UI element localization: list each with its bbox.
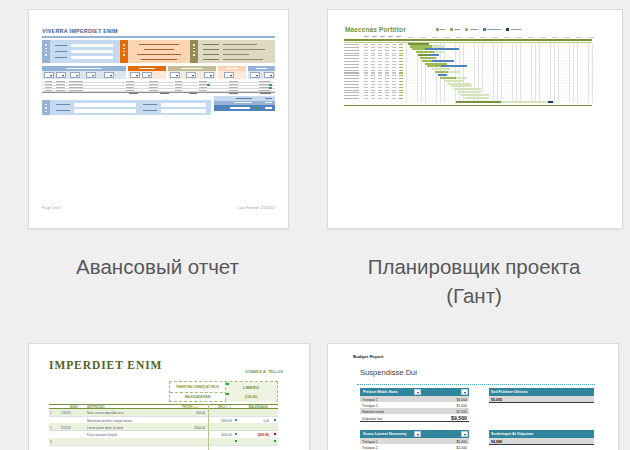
dropdown-arrow-icon [76,75,78,77]
text-line [56,84,65,85]
row-value: $5,400 [433,440,467,444]
checkmark-icon [269,87,272,90]
total-value: $9,500 [423,415,467,421]
template-thumbnail-gantt-planner[interactable]: Maecenas Porttitor [327,9,623,229]
text-line [160,93,169,94]
text-line [226,68,238,69]
dropdown-arrow-icon [148,75,150,77]
gantt-bar [432,68,450,70]
text-line [229,90,238,91]
text-line [56,81,65,82]
filter-dropdown-cell [104,72,114,78]
gantt-bar [422,60,432,62]
invoice-subtitle: VIVAMUS A, TELLUS [179,370,283,374]
signature-box [42,100,211,115]
gantt-summary-bar [501,101,548,103]
gantt-bar [461,94,489,96]
text-line [69,81,83,82]
gantt-bar [454,88,481,90]
row-value: $2,000 [433,446,467,450]
column-group-band [218,66,246,71]
gantt-bar [408,43,429,45]
filter-dropdown-cell [44,72,54,78]
text-line [149,81,158,82]
flag-icon [274,419,276,421]
legend-swatch [506,28,509,31]
text-line [259,81,270,82]
flag-icon [235,433,237,435]
cell-desc: Lorem ipsum dolor sit amet [87,426,172,430]
filter-dropdown-cell [204,72,214,78]
flag-icon [274,433,276,435]
side-box-label: Sed Pulvinar Ultricies [491,390,591,394]
dropdown-arrow-icon [110,75,112,77]
flag-icon [226,393,229,396]
gantt-bar [451,85,472,87]
text-line [144,49,174,50]
table-top-rule [344,39,592,41]
dropdown-arrow-icon [464,434,466,436]
gantt-bar [438,74,447,76]
column-header-line [396,36,401,37]
text-line [55,51,67,52]
gantt-bar [435,71,448,73]
table-header-label: Pretium Mattis Nunc [363,390,433,394]
template-gallery: { "page": { "background": "#efeff0", "ca… [0,0,630,450]
gantt-bar [444,80,464,82]
template-thumbnail-expense-report[interactable]: VIVERRA IMPERDIET ENIMPage 1 of 1Last Pr… [28,9,289,229]
template-thumbnail-budget-report[interactable]: Budget ReportSuspendisse DuiPretium Matt… [327,343,619,450]
filter-dropdown-cell [56,72,66,78]
gantt-bar [410,45,432,47]
numeric-column [364,44,368,101]
side-box-value: $5,095 [491,398,551,402]
text-line [56,104,70,105]
column-group-band [248,66,275,71]
text-line [265,102,272,103]
panel-label [42,100,50,115]
text-line [230,107,250,108]
gantt-bar [430,54,439,56]
template-caption-gantt-planner[interactable]: Планировщик проекта (Гант) [354,252,594,310]
text-line [175,84,182,85]
gantt-summary-bar [548,101,553,103]
cell-orci: 3000,00 [200,433,232,437]
dropdown-arrow-icon [192,75,194,77]
flag-icon [235,440,237,442]
expense-title: VIVERRA IMPERDIET ENIM [42,28,192,35]
text-line [55,45,67,46]
numeric-column [392,44,396,101]
text-line [199,84,207,85]
text-line [256,68,268,69]
gantt-bar [427,65,441,67]
template-caption-expense-report[interactable]: Авансовый отчет [28,252,287,281]
panel-body-blue [50,40,120,63]
date-header-line [468,37,474,38]
text-line [175,81,182,82]
date-header-line [492,37,498,38]
dropdown-arrow-icon [417,434,419,436]
text-line [234,102,252,103]
text-line [149,87,158,88]
filter-dropdown-cell [70,72,80,78]
template-thumbnail-invoice[interactable]: IMPERDIET ENIMVIVAMUS A, TELLUSPHARETRA … [28,343,310,450]
row-value: $1,000 [433,404,467,408]
text-line [126,90,134,91]
date-header-line [588,37,594,38]
text-line [203,44,219,45]
numeric-column [371,44,375,101]
checkmark-icon [207,84,210,87]
invoice-title: IMPERDIET ENIM [49,359,199,373]
legend-label-line [470,29,478,30]
date-header-line [552,37,558,38]
vertical-label-text [193,44,195,58]
total-label: Vulputate hac [362,417,422,421]
flag-icon [226,383,229,386]
column-header-line [380,36,385,37]
row-label: Tristique 2 [362,404,422,408]
cell-date: 2/13/12 [61,426,85,430]
field-line [71,50,113,53]
filter-dropdown-cell [186,72,196,78]
side-box-value: $4,888 [491,440,551,444]
column-group-band [168,66,216,71]
text-line [143,110,157,111]
